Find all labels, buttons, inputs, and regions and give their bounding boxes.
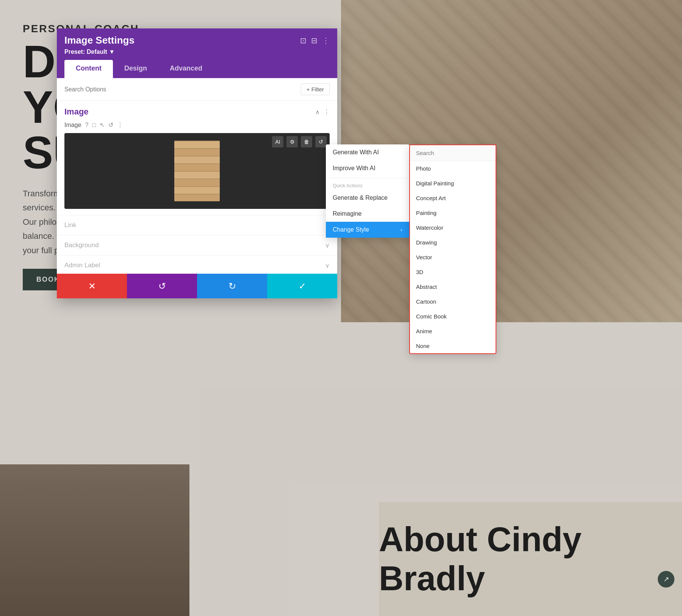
style-item-none[interactable]: None [410,339,496,353]
panel-header: Image Settings ⊡ ⊟ ⋮ Preset: Default ▼ C… [57,28,337,78]
delete-icon-overlay[interactable]: 🗑 [301,136,312,147]
section-controls: ∧ ⋮ [315,108,330,116]
panel-tabs: Content Design Advanced [64,60,330,78]
style-search-input[interactable] [410,145,496,161]
background-label: Background [64,241,99,249]
search-options-input[interactable] [64,86,297,93]
admin-label-section-row: Admin Label ∨ [57,255,337,275]
dropdown-divider-1 [326,178,409,178]
change-style-chevron: › [400,227,402,233]
expand-icon[interactable]: ⊡ [300,36,307,45]
improve-with-ai-item[interactable]: Improve With AI [326,160,409,176]
filter-button[interactable]: + Filter [301,83,330,95]
image-preview[interactable] [174,141,220,201]
style-item-cartoon[interactable]: Cartoon [410,294,496,309]
reimagine-item[interactable]: Reimagine [326,206,409,222]
search-bar-row: + Filter [57,78,337,101]
image-overlay-icons: AI ⚙ 🗑 ↺ [272,136,327,147]
image-toolbar: Image ? □ ↖ ↺ ⋮ [57,120,337,133]
reset-button[interactable]: ↺ [127,274,197,298]
style-item-anime[interactable]: Anime [410,324,496,339]
reset-icon-overlay[interactable]: ↺ [315,136,327,147]
help-icon-toolbar[interactable]: ? [85,122,88,129]
image-preview-container: AI ⚙ 🗑 ↺ Generate With AI Improve With A… [64,133,330,209]
ai-dropdown-menu: Generate With AI Improve With AI Quick A… [326,144,409,238]
style-item-vector[interactable]: Vector [410,250,496,265]
background-section-row: Background ∨ [57,235,337,255]
background-chevron[interactable]: ∨ [325,242,330,249]
link-label: Link [64,221,76,229]
image-label: Image [64,122,81,129]
style-item-watercolor[interactable]: Watercolor [410,220,496,235]
generate-with-ai-item[interactable]: Generate With AI [326,144,409,160]
admin-label-chevron[interactable]: ∨ [325,262,330,269]
tab-content[interactable]: Content [64,60,113,78]
link-section-row: Link ∨ [57,215,337,235]
style-item-abstract[interactable]: Abstract [410,279,496,294]
cancel-button[interactable]: ✕ [57,274,127,298]
floating-action-button[interactable]: ↗ [658,571,674,588]
style-item-concept-art[interactable]: Concept Art [410,191,496,205]
style-item-comic-book[interactable]: Comic Book [410,309,496,324]
tab-design[interactable]: Design [113,60,158,78]
panel-header-icons: ⊡ ⊟ ⋮ [300,36,330,45]
style-item-digital-painting[interactable]: Digital Painting [410,176,496,191]
collapse-icon[interactable]: ∧ [315,108,320,116]
panel-body: + Filter Image ∧ ⋮ Image ? □ ↖ ↺ ⋮ [57,78,337,298]
wood-block-image [174,141,220,201]
image-section-header: Image ∧ ⋮ [57,101,337,120]
panel-title: Image Settings [64,34,135,46]
more-vert-icon[interactable]: ⋮ [322,36,330,45]
quick-actions-label: Quick Actions [326,180,409,190]
tab-advanced[interactable]: Advanced [158,60,214,78]
style-item-3d[interactable]: 3D [410,265,496,279]
toolbar-more-icon[interactable]: ⋮ [117,121,123,129]
preset-label[interactable]: Preset: Default ▼ [64,49,330,55]
panel-title-row: Image Settings ⊡ ⊟ ⋮ [64,34,330,46]
ai-badge-button[interactable]: AI [272,136,283,147]
section-more-icon[interactable]: ⋮ [324,108,330,116]
redo-button[interactable]: ↻ [197,274,267,298]
image-section-title: Image [64,107,89,117]
style-item-photo[interactable]: Photo [410,161,496,176]
style-submenu: Photo Digital Painting Concept Art Paint… [409,144,496,354]
cursor-icon[interactable]: ↖ [100,121,105,129]
admin-label-label: Admin Label [64,262,100,269]
columns-icon[interactable]: ⊟ [311,36,318,45]
style-list: Photo Digital Painting Concept Art Paint… [410,161,496,353]
mobile-icon[interactable]: □ [92,122,96,129]
save-button[interactable]: ✓ [267,274,337,298]
image-settings-panel: Image Settings ⊡ ⊟ ⋮ Preset: Default ▼ C… [57,28,337,298]
reset-icon-toolbar[interactable]: ↺ [108,121,113,129]
change-style-item[interactable]: Change Style › [326,222,409,238]
arrow-diagonal-icon: ↗ [663,575,669,583]
style-item-drawing[interactable]: Drawing [410,235,496,250]
settings-icon-overlay[interactable]: ⚙ [286,136,298,147]
generate-replace-item[interactable]: Generate & Replace [326,190,409,206]
style-item-painting[interactable]: Painting [410,205,496,220]
panel-footer: ✕ ↺ ↻ ✓ [57,274,337,298]
